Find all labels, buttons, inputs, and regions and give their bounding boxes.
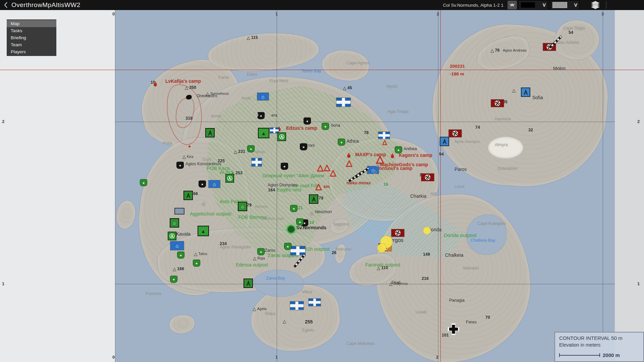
marker-label: Eidos	[247, 72, 257, 77]
menu-item-tasks[interactable]: Tasks	[7, 27, 56, 34]
grid-line-v3	[603, 10, 603, 362]
bay-chalkeia	[466, 215, 506, 255]
grid-label-top-1: 1	[275, 11, 278, 16]
grid-line-v1	[277, 10, 277, 362]
grid-label-bottom-2: 2	[436, 355, 438, 360]
faction-button[interactable]	[507, 1, 517, 9]
marker-label: 94	[439, 152, 444, 157]
grid-label-top-0: 0	[112, 11, 115, 16]
menu-item-team[interactable]: Team	[7, 41, 56, 48]
bay-zaros	[253, 270, 304, 297]
marker-label: Agia Triada	[387, 110, 409, 114]
offmap-left	[0, 10, 115, 362]
grid-line-v0	[115, 10, 115, 362]
chevron-down-icon: V	[543, 2, 546, 8]
scale-bar-label: 2000 m	[603, 352, 620, 358]
island-west	[114, 199, 138, 230]
player-info: Col Sv.Normunds, Alpha 1-2 1	[443, 3, 503, 8]
marker-map-label: Agia Triada	[386, 110, 409, 114]
menu-item-briefing[interactable]: Briefing	[7, 34, 56, 41]
map-legend: CONTOUR INTERVAL 50 m Elevation in meter…	[554, 332, 644, 362]
grid-label-right-1: 1	[637, 281, 640, 286]
marker-label: Nychi	[387, 84, 397, 89]
grid-line-h1	[115, 284, 615, 284]
marker-color-dropdown[interactable]: V	[550, 0, 580, 10]
chevron-down-icon: V	[574, 2, 577, 8]
grid-label-left-2: 2	[2, 119, 4, 124]
crosshair-elevation: -186 m	[450, 71, 464, 76]
eagle-icon	[509, 3, 516, 7]
layers-button[interactable]	[589, 1, 602, 9]
chevron-left-icon	[4, 2, 8, 8]
grid-line-v2	[438, 10, 438, 362]
salt-flat-almyra	[488, 137, 523, 159]
crosshair-vertical-line	[440, 10, 441, 362]
marker-map-label: Nychi	[386, 84, 397, 89]
crosshair-horizontal-line	[0, 70, 644, 70]
grid-label-top-3: 3	[601, 11, 604, 16]
game-window: 200231 -186 m 0 1 2 3 0 1 2 2 1 2 1 Faro…	[0, 0, 644, 362]
channel-dropdown[interactable]: V	[519, 0, 548, 10]
marker-map-label: Limni	[453, 185, 465, 189]
map-canvas[interactable]: 200231 -186 m 0 1 2 3 0 1 2 2 1 2 1 Faro…	[0, 10, 644, 362]
offmap-right	[615, 10, 644, 362]
landmass-cape-agnos	[320, 47, 371, 84]
channel-swatch	[521, 2, 535, 8]
scale-bar	[559, 353, 600, 357]
marker-map-label: Cape Makrinos	[345, 342, 375, 346]
menu-item-players[interactable]: Players	[7, 48, 56, 55]
legend-elevation-text: Elevation in meters	[559, 342, 643, 348]
top-bar: OverthrowMpAltisWW2 Col Sv.Normunds, Alp…	[0, 0, 644, 10]
marker-label: Cape Makrinos	[346, 342, 375, 346]
marker-map-label: Eidos	[246, 72, 257, 77]
marker-label: 45	[347, 86, 352, 90]
marker-map-label: 94	[438, 152, 444, 157]
menu-item-map[interactable]: Map	[7, 20, 56, 27]
marker-label: Fournos	[146, 292, 161, 296]
marker-map-label: Fournos	[145, 292, 161, 296]
color-swatch	[552, 2, 567, 8]
crosshair-coordinate: 200231	[450, 64, 465, 69]
grid-label-bottom-1: 1	[275, 355, 278, 360]
grid-label-bottom-0: 0	[112, 355, 115, 360]
back-button[interactable]	[0, 0, 11, 10]
grid-line-h2	[115, 122, 615, 122]
layers-icon	[591, 1, 600, 9]
grid-label-right-2: 2	[637, 119, 640, 124]
marker-label: Limni	[454, 185, 465, 189]
grid-label-left-1: 1	[2, 281, 4, 286]
island-makrynisi	[334, 243, 347, 264]
island-southwest	[169, 315, 195, 334]
main-menu: Map Tasks Briefing Team Players	[7, 19, 56, 56]
grid-label-top-2: 2	[437, 11, 439, 16]
toolbar-divider	[606, 1, 606, 9]
mission-title: OverthrowMpAltisWW2	[11, 1, 80, 9]
marker-peak-triangle: △45	[343, 85, 352, 90]
legend-contour-text: CONTOUR INTERVAL 50 m	[559, 335, 643, 341]
